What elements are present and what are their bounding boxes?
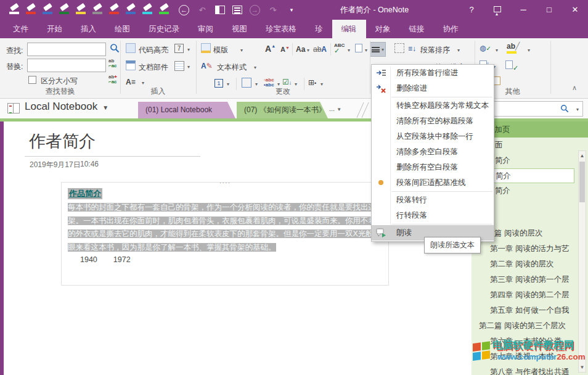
tab-对象[interactable]: 对象 xyxy=(366,20,400,38)
note-heading[interactable]: 作品简介 xyxy=(68,188,102,199)
page-item[interactable]: 第二章 阅读的层次 xyxy=(472,257,588,272)
change-case-button[interactable]: Aa xyxy=(296,45,305,54)
pen-icon[interactable] xyxy=(75,4,87,16)
tab-视图[interactable]: 视图 xyxy=(223,20,256,38)
pen-icon[interactable] xyxy=(108,4,120,16)
menu-item-删除缩进[interactable]: 删除缩进 xyxy=(372,81,494,96)
page-title[interactable]: 作者简介 xyxy=(29,130,96,152)
page-check-icon[interactable] xyxy=(505,60,513,69)
chevron-down-icon[interactable]: ▾ xyxy=(457,47,460,53)
chevron-down-icon[interactable]: ▾ xyxy=(240,47,243,53)
code-highlight-button[interactable]: 代码高亮 xyxy=(139,45,168,56)
menu-item-删除所有空白段落[interactable]: 删除所有空白段落 xyxy=(372,160,494,175)
spell-check-button[interactable]: ABC✓ xyxy=(334,43,345,54)
sidebar-scrollbar[interactable]: ▲ ▼ xyxy=(578,150,586,373)
note-text[interactable]: 每本书的封面之下都有一套自己的骨架，作为一个分析阅读的读者，你的责任就是要找出这… xyxy=(68,201,386,254)
paragraph-menu-button[interactable]: ▾ xyxy=(370,42,386,57)
chevron-down-icon[interactable]: ▾ xyxy=(142,80,144,86)
note-container[interactable]: ···· 作品简介 每本书的封面之下都有一套自己的骨架，作为一个分析阅读的读者，… xyxy=(61,182,389,286)
menu-item-段落间距适配基准线[interactable]: 段落间距适配基准线 xyxy=(372,175,494,191)
collapse-ribbon-button[interactable]: ∧ xyxy=(572,84,577,92)
undo-icon[interactable]: ↶ xyxy=(197,6,208,15)
minimize-button[interactable]: ─ xyxy=(510,0,536,20)
menu-item-所有段落首行缩进[interactable]: 所有段落首行缩进 xyxy=(372,65,494,81)
find-input[interactable] xyxy=(27,43,106,56)
container-icon[interactable] xyxy=(394,43,404,53)
format-painter-icon[interactable] xyxy=(355,44,362,52)
shrink-font-button[interactable]: A▼ xyxy=(280,46,290,53)
qat-customize-icon[interactable]: ▾ xyxy=(286,7,297,13)
pen-icon[interactable] xyxy=(142,4,153,16)
chevron-down-icon[interactable]: ▾ xyxy=(496,47,498,53)
az-list-icon[interactable]: A≡ xyxy=(126,78,136,86)
grow-font-button[interactable]: A▲ xyxy=(265,44,276,54)
notebook-dropdown[interactable]: Local Notebook▼ xyxy=(25,101,108,113)
help-button[interactable]: ? xyxy=(459,0,484,20)
search-icon[interactable] xyxy=(110,43,120,53)
page-item[interactable]: 第二篇 阅读的第三个层次 xyxy=(472,318,588,334)
bullet-format-icon[interactable]: ⊞• xyxy=(308,78,316,87)
redo-icon[interactable]: ↷ xyxy=(267,6,279,15)
clear-format-button[interactable]: abA xyxy=(313,45,327,54)
calendar-icon[interactable] xyxy=(174,61,184,71)
new-section-button[interactable] xyxy=(356,102,372,118)
pen-icon[interactable] xyxy=(125,4,137,16)
close-button[interactable]: ✕ xyxy=(562,0,588,20)
menu-item-转换空标题段落为常规文本[interactable]: 转换空标题段落为常规文本 xyxy=(372,98,494,113)
tab-开始[interactable]: 开始 xyxy=(38,20,71,38)
tab-链接[interactable]: 链接 xyxy=(400,20,434,38)
scrollbar-thumb[interactable] xyxy=(579,162,585,202)
pen-icon[interactable] xyxy=(59,4,70,16)
document-parts-button[interactable]: 文档部件 xyxy=(139,62,168,73)
tab-绘图[interactable]: 绘图 xyxy=(105,20,139,38)
replace-icon[interactable]: ab⌐ac xyxy=(108,59,117,68)
scroll-down-icon[interactable]: ▼ xyxy=(579,363,586,372)
forward-icon[interactable]: → xyxy=(250,5,260,15)
chevron-down-icon[interactable]: ▾ xyxy=(307,47,309,53)
container-move-handle[interactable]: ···· xyxy=(219,179,231,186)
menu-item-清除多余空白段落[interactable]: 清除多余空白段落 xyxy=(372,144,494,160)
chevron-down-icon[interactable]: ▾ xyxy=(365,47,367,53)
scroll-up-icon[interactable]: ▲ xyxy=(579,151,586,160)
pen-icon[interactable] xyxy=(9,4,20,16)
chevron-down-icon[interactable]: ▾ xyxy=(528,47,530,53)
text-style-button[interactable]: 文本样式 xyxy=(217,62,247,73)
chevron-down-icon[interactable]: ▾ xyxy=(576,107,579,112)
pen-icon[interactable] xyxy=(158,4,170,16)
checkbox-move-icon[interactable]: ☑↓ xyxy=(282,78,292,86)
chevron-down-icon[interactable]: ▾ xyxy=(187,64,190,70)
paragraph-sort-button[interactable]: 段落排序 xyxy=(420,45,450,56)
menu-item-行转段落[interactable]: 行转段落 xyxy=(372,208,494,223)
pen-icon[interactable] xyxy=(92,4,104,16)
tab-编辑[interactable]: 编辑 xyxy=(332,20,366,38)
highlight-pen-button[interactable]: ab╱ xyxy=(507,42,520,54)
replace-input[interactable] xyxy=(27,59,106,72)
translate-check-icon[interactable]: ◍✓ xyxy=(480,44,491,52)
page-item[interactable]: 第五章 如何做一个自我 xyxy=(472,303,588,318)
number-badge-icon[interactable]: 7 xyxy=(174,44,184,53)
tab-协作[interactable]: 协作 xyxy=(434,20,468,38)
chevron-down-icon[interactable]: ▾ xyxy=(187,47,190,52)
tab-插入[interactable]: 插入 xyxy=(71,20,105,38)
menu-item-从空段落块中移除一行[interactable]: 从空段落块中移除一行 xyxy=(372,129,494,144)
pen-icon[interactable] xyxy=(42,4,54,16)
fullscreen-button[interactable] xyxy=(484,0,510,20)
maximize-button[interactable]: □ xyxy=(536,0,562,20)
menu-item-段落转行[interactable]: 段落转行 xyxy=(372,192,494,208)
tab-审阅[interactable]: 审阅 xyxy=(189,20,223,38)
page-list-icon[interactable] xyxy=(232,6,242,14)
page-item[interactable]: 第一章 阅读的活力与艺 xyxy=(472,241,588,257)
note-years[interactable]: 19401972 xyxy=(80,255,147,264)
more-sections-button[interactable]: ... ▼ xyxy=(329,105,341,112)
tab-文件[interactable]: 文件 xyxy=(4,20,38,38)
chevron-down-icon[interactable]: ▾ xyxy=(348,47,350,53)
tab-历史记录[interactable]: 历史记录 xyxy=(139,20,189,38)
tab-珍[interactable]: 珍 xyxy=(306,20,332,38)
chevron-down-icon[interactable]: ▾ xyxy=(254,65,256,70)
case-sensitive-checkbox[interactable] xyxy=(28,76,36,84)
menu-item-清除所有空的标题段落[interactable]: 清除所有空的标题段落 xyxy=(372,113,494,129)
section-tab-01[interactable]: (01) Local Notebook xyxy=(138,102,235,118)
back-icon[interactable]: ← xyxy=(179,5,189,15)
section-tab-07[interactable]: (07) 《如何阅读一本书》 xyxy=(237,102,328,118)
page-item[interactable]: 第三章 阅读的第一个层 xyxy=(472,272,588,287)
